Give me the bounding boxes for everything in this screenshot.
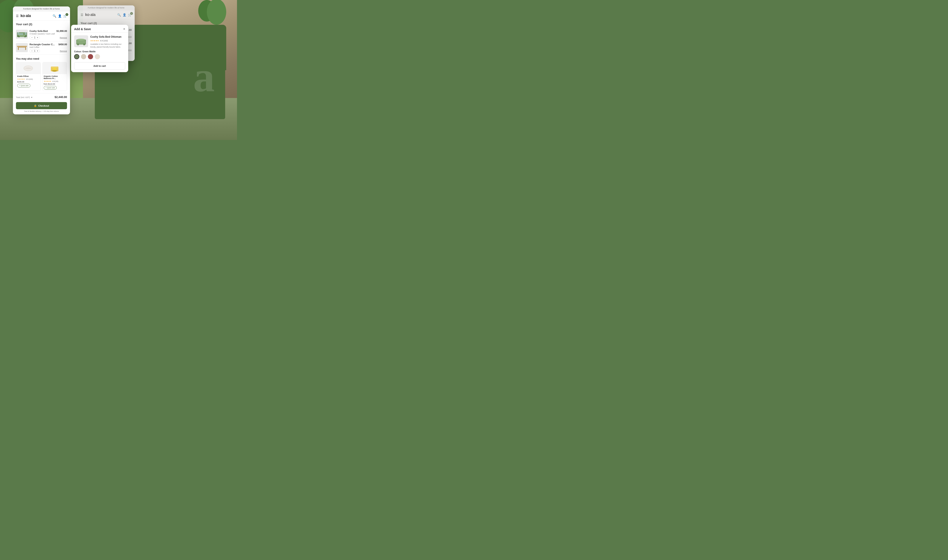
item-name: Rectangle Coaster C... [29, 43, 55, 46]
svg-rect-5 [25, 36, 26, 37]
svg-rect-7 [25, 32, 26, 35]
recommendations-list: Koala Pillow ★★★★★ 4.9 (102) $155.00 + Q… [16, 62, 67, 93]
item-variant: 3-Seater (Queen) / Gum Leaf [29, 33, 67, 35]
add-to-cart-button[interactable]: Add to cart [74, 62, 125, 69]
account-icon[interactable]: 👤 [58, 14, 62, 18]
svg-rect-12 [19, 47, 25, 48]
swatch-green-wattle[interactable] [74, 54, 79, 59]
logo-2: ko·ala [85, 12, 95, 17]
cart-title-2: Your cart (2) [81, 22, 132, 25]
modal-rating: 4.9 (102) [100, 40, 108, 42]
quick-add-button-pillow[interactable]: + Quick add [17, 84, 30, 88]
item-price: $1,990.00 [57, 30, 67, 32]
table-image [16, 43, 28, 52]
svg-rect-11 [25, 47, 26, 50]
svg-point-34 [77, 39, 85, 40]
rec-info: Organic Cotton Mattress Pr... ★★★★★ 4.8 … [43, 74, 67, 91]
item-details: Cushy Sofa Bed $1,990.00 3-Seater (Queen… [29, 30, 67, 39]
header-left-2: ☰ ko·ala [81, 12, 95, 17]
header-right: 🔍 👤 🛒 2 [52, 14, 67, 18]
qty-value: 1 [34, 50, 35, 52]
rec-name: Organic Cotton Mattress Pr... [44, 75, 66, 80]
quick-add-button-mattress[interactable]: + Quick add [44, 86, 57, 89]
swatch-rust[interactable] [88, 54, 93, 59]
pillow-image [16, 62, 40, 74]
item-variant: Iced Coffee [29, 46, 67, 48]
rec-stars: ★★★★★ [44, 80, 51, 82]
cart-title: Your cart (2) [16, 23, 67, 26]
total-label-container: Total (incl. GST) ▾ [16, 95, 32, 98]
rec-rating: 4.9 (102) [26, 78, 33, 80]
qty-increase-button[interactable]: + [37, 36, 38, 39]
cart-icon[interactable]: 🛒 2 [63, 14, 67, 18]
mattress-svg [49, 64, 60, 72]
rec-price: from $110.00 [44, 83, 66, 85]
checkout-section: 🔒 Checkout Fast & flexible delivery + 12… [13, 101, 70, 114]
tree-decoration [207, 0, 226, 25]
svg-rect-18 [53, 68, 56, 70]
search-icon-2[interactable]: 🔍 [117, 13, 121, 17]
qty-decrease-button[interactable]: − [31, 36, 33, 39]
item-price: $450.00 [58, 43, 67, 46]
mattress-image [43, 62, 67, 74]
quantity-control: − 1 + [29, 36, 40, 39]
header-right-2: 🔍 👤 🛒 2 [117, 13, 132, 17]
modal-content: Cushy Sofa Bed Ottoman ★★★★★ 4.9 (102) A… [71, 33, 128, 72]
top-banner-2: Furniture designed for modern life at ho… [78, 5, 135, 10]
svg-rect-10 [18, 47, 19, 50]
svg-rect-8 [18, 33, 23, 35]
svg-rect-16 [51, 67, 58, 68]
svg-rect-33 [83, 43, 85, 45]
sofa-image [16, 30, 28, 39]
modal-close-button[interactable]: × [123, 27, 125, 31]
search-icon[interactable]: 🔍 [52, 14, 56, 18]
pillow-svg [22, 64, 34, 72]
ottoman-svg [75, 36, 87, 46]
modal-rating-row: ★★★★★ 4.9 (102) [90, 39, 125, 42]
rec-stars: ★★★★★ [17, 78, 25, 80]
modal-title: Add & Save [74, 27, 91, 31]
qty-decrease-button[interactable]: − [31, 50, 33, 52]
recommendation-item-pillow[interactable]: Koala Pillow ★★★★★ 4.9 (102) $155.00 + Q… [16, 62, 41, 91]
svg-rect-9 [17, 46, 27, 47]
modal-product-name: Cushy Sofa Bed Ottoman [90, 35, 125, 38]
svg-point-17 [52, 70, 57, 72]
remove-button[interactable]: Remove [60, 50, 67, 52]
header-left: ☰ ko·ala [16, 14, 31, 18]
rec-rating-row: ★★★★★ 4.8 (10) [44, 80, 66, 83]
ottoman-image [74, 35, 88, 47]
swatch-cream[interactable] [95, 54, 100, 59]
svg-rect-32 [77, 43, 79, 45]
modal-product: Cushy Sofa Bed Ottoman ★★★★★ 4.9 (102) A… [74, 35, 125, 48]
total-incl: (incl. GST) [21, 96, 30, 98]
colour-label: Colour: Green Wattle [74, 51, 125, 53]
top-banner: Furniture designed for modern life at ho… [13, 6, 70, 11]
item-name: Cushy Sofa Bed [29, 30, 48, 32]
chevron-down-icon[interactable]: ▾ [31, 96, 32, 98]
qty-increase-button[interactable]: + [37, 50, 38, 52]
account-icon-2[interactable]: 👤 [123, 13, 126, 17]
panel-header: ☰ ko·ala 🔍 👤 🛒 2 [13, 11, 70, 20]
cart-total: Total (incl. GST) ▾ $2,440.00 [13, 93, 70, 101]
logo: ko·ala [20, 14, 31, 18]
panel-header-2: ☰ ko·ala 🔍 👤 🛒 2 [78, 10, 135, 19]
checkout-button[interactable]: 🔒 Checkout [16, 102, 67, 109]
swatch-light-beige[interactable] [81, 54, 86, 59]
menu-icon[interactable]: ☰ [16, 14, 19, 18]
cart-icon-2[interactable]: 🛒 2 [128, 13, 132, 17]
menu-icon-2[interactable]: ☰ [81, 13, 83, 17]
delivery-note: Fast & flexible delivery + 120-day free … [16, 110, 67, 112]
qty-value: 1 [34, 36, 35, 39]
item-header: Cushy Sofa Bed $1,990.00 [29, 30, 67, 32]
rec-rating: 4.8 (10) [52, 80, 58, 82]
modal-description: Available in two fabrics including our t… [90, 43, 125, 48]
cart-panel-1: Furniture designed for modern life at ho… [13, 6, 70, 114]
recommendation-item-mattress[interactable]: Organic Cotton Mattress Pr... ★★★★★ 4.8 … [42, 62, 67, 91]
remove-button[interactable]: Remove [60, 37, 67, 39]
svg-rect-4 [18, 36, 20, 37]
colour-swatches [74, 54, 125, 59]
cart-badge-count-2: 2 [130, 12, 133, 15]
cart-badge-count: 2 [66, 13, 68, 16]
recommendations-title: You may also need [16, 57, 67, 60]
total-label: Total (incl. GST) [16, 96, 31, 98]
